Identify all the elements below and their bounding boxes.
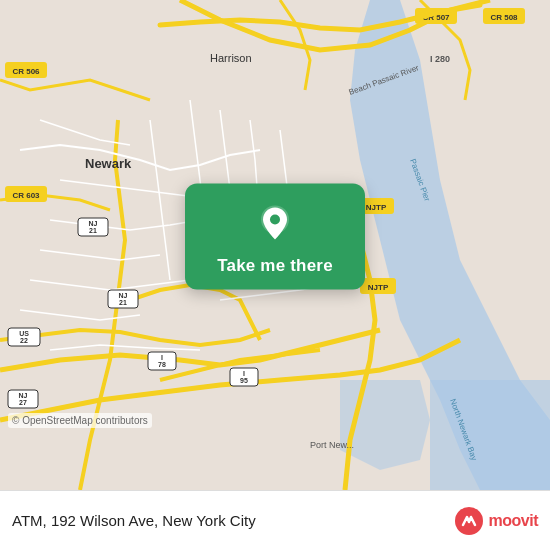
location-pin-icon [253,202,297,246]
svg-text:Newark: Newark [85,156,132,171]
svg-text:I: I [243,370,245,377]
take-me-there-card[interactable]: Take me there [185,184,365,290]
svg-text:21: 21 [89,227,97,234]
moovit-text: moovit [489,512,538,530]
map-container: Beach Passaic River CR 507 CR 506 CR 603… [0,0,550,490]
svg-text:Port New...: Port New... [310,440,354,450]
svg-text:27: 27 [19,399,27,406]
svg-text:78: 78 [158,361,166,368]
map-attribution: © OpenStreetMap contributors [8,413,152,428]
moovit-logo: moovit [453,505,538,537]
svg-text:I 280: I 280 [430,54,450,64]
svg-text:22: 22 [20,337,28,344]
svg-text:NJ: NJ [89,220,98,227]
bottom-bar: ATM, 192 Wilson Ave, New York City moovi… [0,490,550,550]
svg-text:CR 603: CR 603 [12,191,40,200]
location-title: ATM, 192 Wilson Ave, New York City [12,512,453,529]
svg-text:NJTP: NJTP [368,283,389,292]
svg-text:NJTP: NJTP [366,203,387,212]
svg-text:US: US [19,330,29,337]
svg-text:CR 506: CR 506 [12,67,40,76]
svg-text:I: I [161,354,163,361]
svg-point-43 [270,215,280,225]
svg-text:NJ: NJ [19,392,28,399]
svg-text:21: 21 [119,299,127,306]
svg-text:CR 508: CR 508 [490,13,518,22]
svg-text:Harrison: Harrison [210,52,252,64]
svg-text:NJ: NJ [119,292,128,299]
svg-text:95: 95 [240,377,248,384]
moovit-logo-icon [453,505,485,537]
take-me-there-label: Take me there [217,256,333,276]
